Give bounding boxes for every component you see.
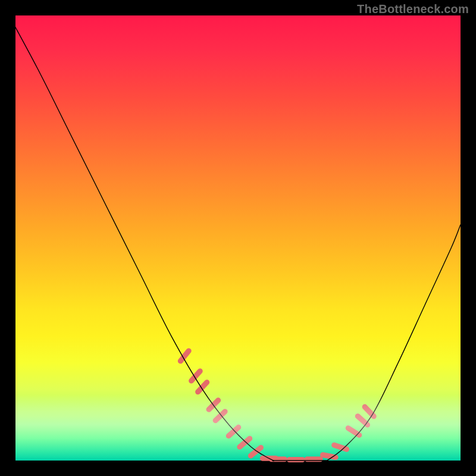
highlight-dash	[215, 412, 225, 421]
bottleneck-curve	[7, 11, 461, 462]
chart-svg	[15, 15, 461, 461]
highlight-dash	[250, 447, 261, 456]
plot-area	[15, 15, 461, 461]
highlight-dash	[240, 439, 250, 447]
highlight-dash-layer	[180, 351, 374, 460]
highlight-dash	[228, 427, 239, 436]
watermark-text: TheBottleneck.com	[357, 2, 469, 16]
chart-frame: TheBottleneck.com	[0, 0, 476, 476]
